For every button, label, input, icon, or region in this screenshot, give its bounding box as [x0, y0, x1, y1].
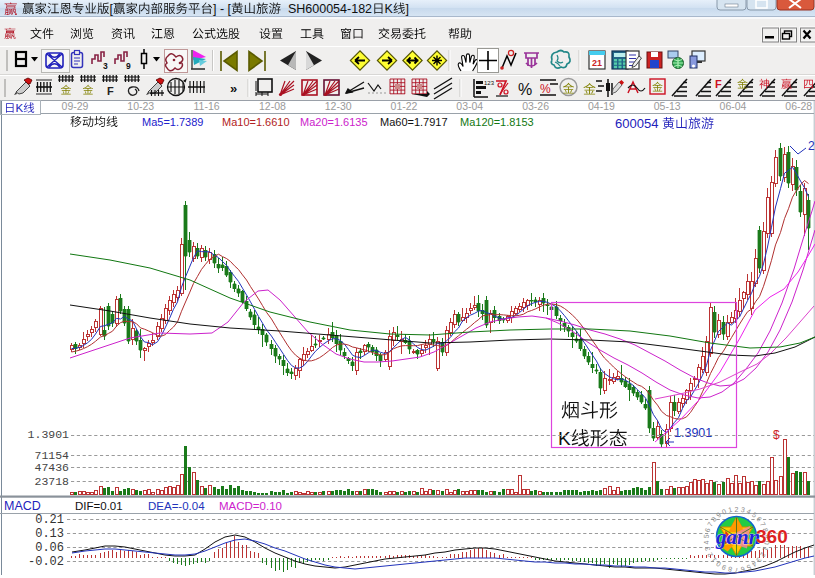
svg-text:9: 9 — [126, 61, 131, 71]
svg-text:05-13: 05-13 — [654, 100, 681, 112]
svg-text:Ma10=1.6610: Ma10=1.6610 — [222, 116, 290, 128]
svg-text:gann: gann — [715, 525, 760, 549]
svg-text:F: F — [715, 78, 722, 90]
svg-text:[: [ — [110, 2, 114, 16]
svg-text:21: 21 — [592, 58, 602, 68]
svg-text:%: % — [518, 81, 532, 98]
svg-text:47436: 47436 — [34, 461, 69, 474]
svg-text:03-04: 03-04 — [456, 100, 483, 112]
svg-text:DEA=-0.04: DEA=-0.04 — [148, 500, 205, 512]
svg-text:06-04: 06-04 — [720, 100, 747, 112]
svg-text:0.06: 0.06 — [35, 541, 64, 555]
svg-text:11-16: 11-16 — [194, 100, 220, 112]
svg-text:3: 3 — [103, 61, 108, 71]
svg-text:12-30: 12-30 — [325, 100, 352, 112]
svg-text:12-08: 12-08 — [259, 100, 286, 112]
svg-text:%: % — [540, 82, 551, 96]
svg-text:]: ] — [405, 2, 408, 16]
svg-text:Ma60=1.7917: Ma60=1.7917 — [380, 116, 448, 128]
svg-text:MACD: MACD — [4, 499, 41, 513]
svg-text:5: 5 — [703, 534, 710, 539]
svg-text:Ma5=1.7389: Ma5=1.7389 — [142, 116, 203, 128]
svg-text:04-19: 04-19 — [588, 100, 615, 112]
svg-text:06-28: 06-28 — [785, 100, 812, 112]
svg-text:1.3901: 1.3901 — [674, 426, 712, 440]
svg-text:23718: 23718 — [34, 475, 69, 488]
svg-text:03-26: 03-26 — [522, 100, 549, 112]
svg-text:600054: 600054 — [615, 116, 662, 131]
svg-text:1.3901: 1.3901 — [28, 428, 70, 441]
svg-text:09-29: 09-29 — [62, 100, 89, 112]
svg-text:01-22: 01-22 — [391, 100, 418, 112]
svg-text:7: 7 — [734, 567, 738, 574]
svg-text:123: 123 — [484, 80, 495, 86]
svg-text:Ma120=1.8153: Ma120=1.8153 — [460, 116, 534, 128]
svg-text:0.13: 0.13 — [35, 527, 64, 541]
svg-text:K: K — [16, 102, 24, 114]
svg-text:360: 360 — [756, 526, 788, 547]
svg-text:] - [: ] - [ — [213, 2, 232, 16]
svg-text:K: K — [558, 428, 571, 449]
svg-text:-0.02: -0.02 — [28, 555, 64, 569]
svg-text:4: 4 — [703, 540, 710, 545]
svg-text:MACD=0.10: MACD=0.10 — [219, 500, 282, 512]
svg-text:10-23: 10-23 — [127, 100, 154, 112]
svg-text:F: F — [107, 85, 114, 97]
svg-text:2: 2 — [735, 506, 739, 513]
svg-text:»: » — [230, 81, 237, 96]
svg-text:0.21: 0.21 — [35, 513, 64, 527]
svg-text:K: K — [385, 2, 394, 16]
svg-text:SH600054-182: SH600054-182 — [281, 2, 372, 16]
svg-text:2: 2 — [808, 139, 815, 153]
svg-text:DIF=0.01: DIF=0.01 — [75, 500, 123, 512]
svg-text:$: $ — [773, 428, 780, 442]
svg-text:Ma20=1.6135: Ma20=1.6135 — [300, 116, 368, 128]
